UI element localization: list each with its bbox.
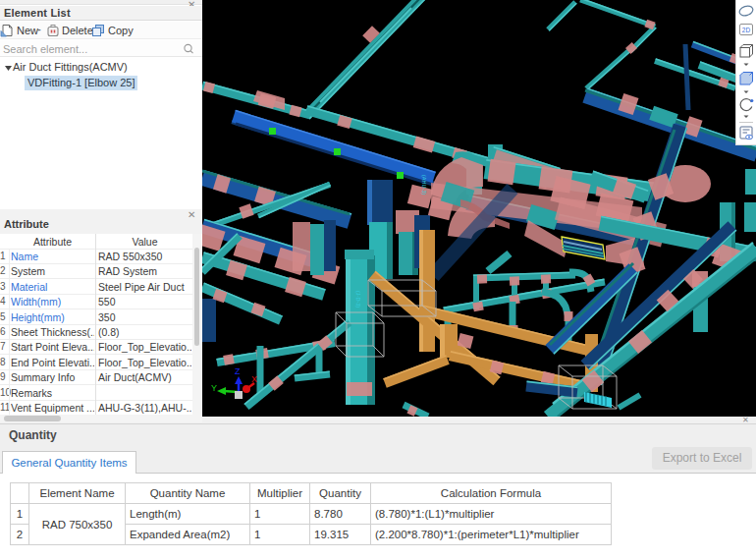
svg-text:(AHU-3): (AHU-3) [421,175,427,195]
svg-text:(J-D-3): (J-D-3) [355,291,361,308]
svg-text:Z: Z [235,366,241,376]
svg-text:Y: Y [211,383,217,393]
svg-text:2D: 2D [742,27,751,33]
svg-text:X: X [251,374,257,384]
